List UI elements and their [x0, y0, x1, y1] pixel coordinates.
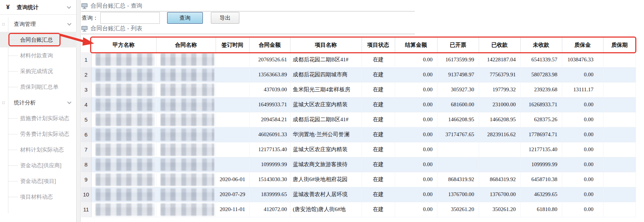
sidebar-item-query-statistics[interactable]: ¥ 查询统计: [0, 0, 76, 15]
redacted-blur-block: [96, 158, 155, 171]
cell-row-number: 7: [81, 142, 91, 157]
redacted-blur-block: [96, 53, 155, 66]
cell-received-amount: [479, 157, 520, 172]
cell-sign-date: 2020-06-01: [216, 172, 249, 187]
cell-project-name: 蓝城大区农庄室内精装: [290, 97, 362, 112]
cell-project-name: 蓝城改善农村人居环境: [290, 187, 362, 202]
cell-project-status: 在建: [362, 187, 395, 202]
cell-retention-period: [603, 67, 636, 82]
cell-unreceived-amount: 463299.65: [520, 187, 562, 202]
cell-project-status: 在建: [362, 52, 395, 67]
column-header-sign-date[interactable]: 签订时间: [216, 38, 249, 52]
redacted-blur-block: [161, 114, 214, 126]
sidebar-item-leaf[interactable]: 材料付款查询: [0, 47, 77, 63]
monitor-icon: [81, 3, 88, 9]
cell-project-status: 在建: [362, 97, 395, 112]
sidebar-item-leaf[interactable]: 资金动态[供应商]: [0, 157, 77, 173]
cell-invoiced-amount: 350261.20: [437, 202, 479, 217]
column-header-retention-period[interactable]: 质保期: [603, 38, 636, 52]
cell-unreceived-amount: 239239.68: [520, 82, 562, 97]
sidebar-item-leaf[interactable]: 资金动态[项目]: [0, 173, 77, 189]
cell-project-name: 鱼米阳光三期4套样板房: [290, 82, 362, 97]
search-button[interactable]: 查询: [167, 12, 203, 24]
sidebar-item-leaf[interactable]: 措施费计划实际动态: [0, 110, 77, 126]
sidebar-item-leaf[interactable]: 采购完成情况: [0, 63, 77, 79]
column-header-contract-name[interactable]: 合同名称: [156, 38, 216, 52]
cell-sign-date: [216, 127, 249, 142]
cell-retention-amount: 0.00: [562, 112, 603, 127]
cell-sign-date: [216, 52, 249, 67]
cell-retention-period: [603, 112, 636, 127]
app-root: ¥ 查询统计 查询管理合同台账汇总材料付款查询采购完成情况质保到期汇总单统计分析…: [0, 0, 644, 222]
sidebar-item-leaf[interactable]: 项目材料动态: [0, 189, 77, 204]
cell-unreceived-amount: 5807283.98: [520, 67, 562, 82]
sidebar-item-group[interactable]: 查询管理: [0, 16, 77, 32]
cell-received-amount: 14228187.04: [479, 52, 520, 67]
sidebar-item-leaf[interactable]: 合同台账汇总: [0, 32, 77, 47]
table-row[interactable]: 416499933.71蓝城大区农庄室内精装在建0.00681600.00231…: [81, 97, 636, 112]
sidebar-item-leaf[interactable]: 劳务费计划实际动态: [0, 126, 77, 142]
table-row[interactable]: 213563663.89成都后花园四期城市商在建0.009137498.9777…: [81, 67, 636, 82]
cell-received-amount: 8684319.92: [479, 172, 520, 187]
cell-invoiced-amount: 1466208.95: [437, 112, 479, 127]
sidebar-item-leaf[interactable]: 质保到期汇总单: [0, 79, 77, 95]
column-header-project-name[interactable]: 项目名称: [290, 38, 362, 52]
cell-project-name: 成都后花园二期B区41#: [290, 52, 362, 67]
cell-retention-period: [603, 142, 636, 157]
cell-project-status: 在建: [362, 127, 395, 142]
cell-project-name: 成都后花园二期B区41#: [290, 112, 362, 127]
column-header-party-a-name[interactable]: 甲方名称: [91, 38, 156, 52]
redacted-blur-block: [161, 143, 214, 156]
cell-invoiced-amount: 8684319.92: [437, 172, 479, 187]
sidebar-item-group[interactable]: 统计分析: [0, 95, 77, 110]
cell-party-a-name: [91, 142, 156, 157]
cell-retention-period: [603, 157, 636, 172]
cell-received-amount: 197799.32: [479, 82, 520, 97]
column-header-retention-amount[interactable]: 质保金: [562, 38, 603, 52]
table-row[interactable]: 120769526.61成都后花园二期B区41#在建0.0016173599.9…: [81, 52, 636, 67]
table-row[interactable]: 81099999.99蓝城农商文旅游客接待在建0.001099999.990.0…: [81, 157, 636, 172]
column-header-project-status[interactable]: 项目状态: [362, 38, 395, 52]
table-header-row: 甲方名称合同名称签订时间合同金额项目名称项目状态结算金额已开票已收款未收款质保金…: [81, 38, 636, 52]
redacted-blur-block: [96, 188, 155, 201]
yen-icon: ¥: [6, 0, 9, 15]
table-row[interactable]: 102020-07-291839999.65蓝城改善农村人居环境在建0.0013…: [81, 187, 636, 202]
sidebar-item-leaf[interactable]: 材料计划实际动态: [0, 142, 77, 157]
redacted-blur-block: [161, 173, 214, 186]
column-header-settle-amount[interactable]: 结算金额: [395, 38, 437, 52]
table-row[interactable]: 3437039.00鱼米阳光三期4套样板房在建0.00305927.301977…: [81, 82, 636, 97]
cell-unreceived-amount: 6458710.38: [520, 172, 562, 187]
table-row[interactable]: 112020-11-01412072.00(唐安池馆)唐人街6#地在建0.003…: [81, 202, 636, 217]
column-header-received-amount[interactable]: 已收款: [479, 38, 520, 52]
cell-retention-amount: 0.00: [562, 127, 603, 142]
table-row[interactable]: 52094584.21成都后花园二期B区41#在建0.001466208.951…: [81, 112, 636, 127]
table-row[interactable]: 92020-06-0115143030.30唐人街6#块地相府花园在建0.008…: [81, 172, 636, 187]
redacted-blur-block: [161, 129, 214, 141]
column-header-unreceived-amount[interactable]: 未收款: [520, 38, 562, 52]
cell-contract-name: [156, 97, 216, 112]
column-header-contract-amount[interactable]: 合同金额: [249, 38, 290, 52]
redacted-blur-block: [161, 69, 214, 81]
cell-sign-date: [216, 112, 249, 127]
cell-contract-name: [156, 202, 216, 217]
cell-party-a-name: [91, 52, 156, 67]
cell-settle-amount: 0.00: [395, 142, 437, 157]
cell-contract-name: [156, 157, 216, 172]
cell-settle-amount: 0.00: [395, 127, 437, 142]
table-row[interactable]: 712177135.40蓝城大区农庄室内精装在建0.0012177135.400…: [81, 142, 636, 157]
cell-project-status: 在建: [362, 112, 395, 127]
cell-party-a-name: [91, 112, 156, 127]
cell-settle-amount: 0.00: [395, 172, 437, 187]
cell-contract-name: [156, 112, 216, 127]
redacted-blur-block: [161, 188, 214, 201]
panel-splitter[interactable]: [77, 0, 81, 222]
cell-settle-amount: 0.00: [395, 67, 437, 82]
query-input[interactable]: [100, 12, 160, 24]
export-button[interactable]: 导出: [211, 12, 239, 24]
cell-retention-period: [603, 97, 636, 112]
cell-sign-date: [216, 67, 249, 82]
redacted-blur-block: [96, 99, 155, 111]
table-row[interactable]: 646026091.33华润置地·兰州公司誉澜在建0.0037174767.65…: [81, 127, 636, 142]
column-header-invoiced-amount[interactable]: 已开票: [437, 38, 479, 52]
cell-row-number: 11: [81, 202, 91, 217]
